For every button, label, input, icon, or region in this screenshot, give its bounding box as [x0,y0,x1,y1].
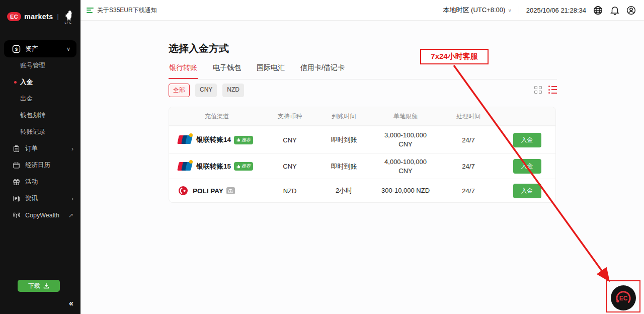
tab-credit-debit-card[interactable]: 信用卡/借记卡 [300,60,345,79]
action-cell: 入金 [499,184,555,198]
unionpay-logo-icon [178,162,192,171]
col-header-currency: 支持币种 [265,112,315,121]
table-header: 充值渠道 支持币种 到账时间 单笔限额 处理时间 [169,107,555,126]
tab-e-wallet[interactable]: 电子钱包 [212,60,242,79]
filter-all[interactable]: 全部 [169,84,190,97]
processing-cell: 24/7 [438,136,499,144]
annotation-callout: 7x24小时客服 [420,49,489,64]
filter-cny[interactable]: CNY [195,84,217,97]
brand-name: markets [24,13,53,21]
download-button[interactable]: 下载 [18,280,60,292]
col-header-limit: 单笔限额 [373,112,438,121]
processing-cell: 24/7 [438,163,499,170]
brand-separator: | [57,13,58,20]
list-view-icon[interactable] [548,86,557,94]
tab-international-wire[interactable]: 国际电汇 [256,60,285,79]
recommended-badge: 推荐 [234,162,253,171]
sidebar-item-transfer-records[interactable]: 转账记录 [0,124,80,140]
sidebar-item-orders[interactable]: 订单 › [0,140,80,157]
topbar-right: 本地时区 (UTC+8:00) ∨ 2025/10/06 21:28:34 [443,6,636,15]
view-toggles [534,86,557,94]
active-dot [14,81,17,84]
announcement-text: 关于S35EUR下线通知 [97,6,157,15]
sidebar-item-copywealth[interactable]: CopyWealth ↗ [0,207,80,223]
limit-amount: 300-10,000 NZD [373,186,438,195]
filter-nzd[interactable]: NZD [222,84,244,97]
limit-amount: 3,000-100,000 [373,131,438,140]
chevron-right-icon: › [71,195,73,202]
collapse-sidebar-button[interactable]: « [69,299,73,308]
divider [519,7,519,14]
signal-icon [12,211,21,219]
thumb-up-icon [236,165,240,169]
tab-bank-transfer[interactable]: 银行转账 [169,60,198,79]
sidebar-item-label: 出金 [20,95,33,103]
bank-badge-icon [226,187,235,194]
sidebar-item-account-management[interactable]: 账号管理 [0,57,80,74]
sidebar-item-assets[interactable]: $ 资产 ∨ [4,40,76,57]
notifications-bell-icon[interactable] [610,6,619,15]
sidebar: EC markets | LFC $ 资产 ∨ 账号管理 [0,0,80,314]
currency-cell: CNY [265,163,315,170]
deposit-button[interactable]: 入金 [513,133,541,147]
col-header-arrival: 到账时间 [315,112,373,121]
limit-cell: 300-10,000 NZD [373,186,438,195]
deposit-button[interactable]: 入金 [513,184,541,198]
calendar-icon [12,161,21,170]
channel-cell: 银联转账15 推荐 [169,162,265,171]
sidebar-item-news[interactable]: 资讯 › [0,190,80,207]
brand-logo: EC markets | LFC [0,0,80,26]
arrival-cell: 2小时 [315,186,373,195]
download-label: 下载 [28,282,40,290]
lfc-label: LFC [64,21,71,24]
chevron-down-icon: ∨ [66,46,70,52]
lfc-bird-icon: LFC [63,10,74,24]
timezone-label: 本地时区 (UTC+8:00) [443,6,506,15]
thumb-up-icon [236,138,240,142]
sidebar-item-label: 入金 [20,78,33,87]
sidebar-item-label: 订单 [25,144,71,153]
table-row: POLI PAY NZD 2小时 300-10,000 NZD 24/7 入金 [169,179,555,202]
chevron-down-icon: ∨ [508,8,511,13]
channel-cell: 银联转账14 推荐 [169,135,265,144]
limit-currency: CNY [373,167,438,176]
customer-service-button[interactable]: EC [610,285,636,311]
sidebar-item-label: 转账记录 [20,128,45,136]
sidebar-item-label: 资讯 [25,194,71,203]
sidebar-item-activity[interactable]: 活动 [0,174,80,190]
external-link-icon: ↗ [68,212,73,219]
account-avatar-icon[interactable] [626,6,636,15]
channel-cell: POLI PAY [169,186,265,196]
sidebar-item-wallet-transfer[interactable]: 钱包划转 [0,107,80,124]
sidebar-item-economic-calendar[interactable]: 经济日历 [0,157,80,174]
action-cell: 入金 [499,159,555,174]
col-header-processing: 处理时间 [438,112,499,121]
gift-icon [12,178,21,186]
arrival-cell: 即时到账 [315,162,373,171]
news-icon [12,194,21,203]
limit-currency: CNY [373,140,438,149]
sidebar-item-withdraw[interactable]: 出金 [0,91,80,107]
limit-cell: 3,000-100,000 CNY [373,131,438,148]
channel-name: 银联转账14 [196,135,231,144]
timezone-selector[interactable]: 本地时区 (UTC+8:00) ∨ [443,6,512,15]
deposit-button[interactable]: 入金 [513,159,541,174]
language-globe-icon[interactable] [593,6,603,15]
sidebar-item-deposit[interactable]: 入金 [0,74,80,91]
grid-view-icon[interactable] [534,86,542,94]
chevron-right-icon: › [71,145,73,152]
unionpay-logo-icon [178,135,192,144]
sidebar-item-label: 钱包划转 [20,111,45,120]
download-icon [43,283,49,289]
announcement-link[interactable]: 关于S35EUR下线通知 [87,6,157,15]
action-cell: 入金 [499,133,555,147]
limit-amount: 4,000-100,000 [373,158,438,167]
limit-cell: 4,000-100,000 CNY [373,158,438,175]
table-row: 银联转账15 推荐 CNY 即时到账 4,000-100,000 CNY 24/… [169,153,555,179]
sidebar-item-label: 经济日历 [25,161,73,170]
processing-cell: 24/7 [438,187,499,195]
page-title: 选择入金方式 [169,42,229,55]
app-root: EC markets | LFC $ 资产 ∨ 账号管理 [0,0,644,314]
badge-label: 推荐 [242,137,251,143]
channel-name: 银联转账15 [196,162,231,171]
